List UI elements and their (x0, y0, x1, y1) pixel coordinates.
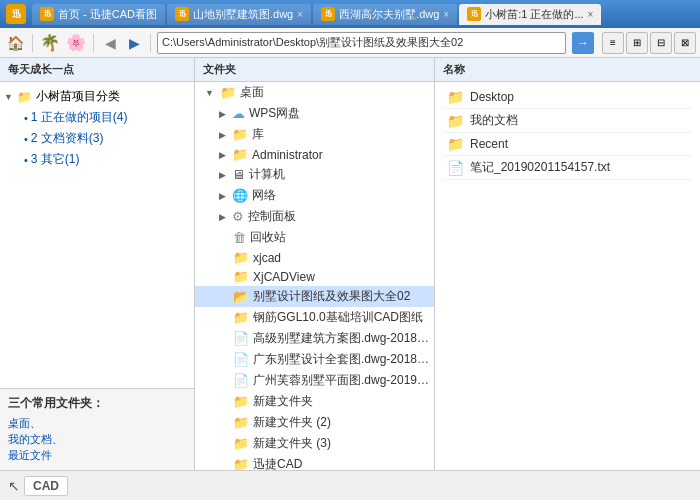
view-btn-2[interactable]: ⊞ (626, 32, 648, 54)
tab-icon-home: 迅 (40, 7, 54, 21)
mid-item-5[interactable]: ▶🌐网络 (195, 185, 434, 206)
icon-14: 📄 (233, 373, 249, 388)
tab-home[interactable]: 迅首页 - 迅捷CAD看图 (32, 4, 165, 25)
left-panel: 每天成长一点 ▼ 📁 小树苗项目分类 •1 正在做的项目(4)•2 文档资料(3… (0, 58, 195, 470)
label-6: 控制面板 (248, 208, 296, 225)
label-13: 广东别墅设计全套图.dwg-2018-12-1 (253, 351, 430, 368)
mid-item-12[interactable]: 📄高级别墅建筑方案图.dwg-2018-12-1 (195, 328, 434, 349)
expand-6: ▶ (219, 212, 226, 222)
right-item-0[interactable]: 📁Desktop (443, 86, 692, 109)
tree-item-2[interactable]: •3 其它(1) (0, 149, 194, 170)
icon-7: 🗑 (233, 230, 246, 245)
icon-0: 📁 (220, 85, 236, 100)
forward-button[interactable]: ▶ (124, 32, 144, 54)
toolbar-separator3 (150, 34, 151, 52)
mid-item-16[interactable]: 📁新建文件夹 (2) (195, 412, 434, 433)
right-item-1[interactable]: 📁我的文档 (443, 109, 692, 133)
tree-item-1[interactable]: •2 文档资料(3) (0, 128, 194, 149)
label-14: 广州芙蓉别墅平面图.dwg-2019-01-2 (253, 372, 430, 389)
footer-link-0[interactable]: 桌面、 (8, 416, 186, 431)
mid-item-13[interactable]: 📄广东别墅设计全套图.dwg-2018-12-1 (195, 349, 434, 370)
right-item-3[interactable]: 📄笔记_20190201154157.txt (443, 156, 692, 180)
folder-icon-root: 📁 (17, 90, 32, 104)
main-content: 每天成长一点 ▼ 📁 小树苗项目分类 •1 正在做的项目(4)•2 文档资料(3… (0, 58, 700, 470)
footer-link-2[interactable]: 最近文件 (8, 448, 186, 463)
label-3: Administrator (252, 148, 323, 162)
label-11: 钢筋GGL10.0基础培训CAD图纸 (253, 309, 423, 326)
expand-0: ▼ (205, 88, 214, 98)
address-bar[interactable]: C:\Users\Administrator\Desktop\别墅设计图纸及效果… (157, 32, 566, 54)
label-5: 网络 (252, 187, 276, 204)
back-button[interactable]: ◀ (100, 32, 120, 54)
tree-bullet-0: • (24, 112, 28, 124)
label-4: 计算机 (249, 166, 285, 183)
mid-item-4[interactable]: ▶🖥计算机 (195, 164, 434, 185)
icon-18: 📁 (233, 457, 249, 470)
view-btn-4[interactable]: ⊠ (674, 32, 696, 54)
label-0: 桌面 (240, 84, 264, 101)
toolbar-separator (32, 34, 33, 52)
toolbar: 🏠 🌴 🌸 ◀ ▶ C:\Users\Administrator\Desktop… (0, 28, 700, 58)
mid-item-15[interactable]: 📁新建文件夹 (195, 391, 434, 412)
tab-file2[interactable]: 迅西湖高尔夫别墅.dwg× (313, 4, 457, 25)
expand-icon: ▼ (4, 92, 13, 102)
right-label-0: Desktop (470, 90, 514, 104)
icon-2: 📁 (232, 127, 248, 142)
footer-link-1[interactable]: 我的文档、 (8, 432, 186, 447)
mid-item-3[interactable]: ▶📁Administrator (195, 145, 434, 164)
expand-3: ▶ (219, 150, 226, 160)
mid-item-9[interactable]: 📁XjCADView (195, 267, 434, 286)
label-10: 别墅设计图纸及效果图大全02 (253, 288, 410, 305)
mid-panel-header: 文件夹 (195, 58, 434, 82)
mid-item-6[interactable]: ▶⚙控制面板 (195, 206, 434, 227)
tab-label-file1: 山地别墅建筑图.dwg (193, 7, 293, 22)
left-panel-header: 每天成长一点 (0, 58, 194, 82)
right-icon-2: 📁 (447, 136, 464, 152)
status-bar: ↖ CAD (0, 470, 700, 500)
mid-item-8[interactable]: 📁xjcad (195, 248, 434, 267)
view-btn-1[interactable]: ≡ (602, 32, 624, 54)
tab-close-file2[interactable]: × (443, 9, 449, 20)
mid-item-2[interactable]: ▶📁库 (195, 124, 434, 145)
tree-label-0: 1 正在做的项目(4) (31, 109, 128, 126)
palm-tree-icon: 🌴 (39, 32, 61, 54)
mid-item-10[interactable]: 📂别墅设计图纸及效果图大全02 (195, 286, 434, 307)
tab-file1[interactable]: 迅山地别墅建筑图.dwg× (167, 4, 311, 25)
home-button[interactable]: 🏠 (4, 32, 26, 54)
tab-file3[interactable]: 迅小树苗:1 正在做的...× (459, 4, 601, 25)
mid-item-14[interactable]: 📄广州芙蓉别墅平面图.dwg-2019-01-2 (195, 370, 434, 391)
label-7: 回收站 (250, 229, 286, 246)
mid-item-18[interactable]: 📁迅捷CAD (195, 454, 434, 470)
right-panel: 名称 📁Desktop📁我的文档📁Recent📄笔记_2019020115415… (435, 58, 700, 470)
tab-close-file1[interactable]: × (297, 9, 303, 20)
tab-bar: 迅首页 - 迅捷CAD看图迅山地别墅建筑图.dwg×迅西湖高尔夫别墅.dwg×迅… (32, 4, 694, 25)
tab-close-file3[interactable]: × (588, 9, 594, 20)
mid-item-11[interactable]: 📁钢筋GGL10.0基础培训CAD图纸 (195, 307, 434, 328)
tree-area: ▼ 📁 小树苗项目分类 •1 正在做的项目(4)•2 文档资料(3)•3 其它(… (0, 82, 194, 388)
title-bar: 迅 迅首页 - 迅捷CAD看图迅山地别墅建筑图.dwg×迅西湖高尔夫别墅.dwg… (0, 0, 700, 28)
mid-item-7[interactable]: 🗑回收站 (195, 227, 434, 248)
icon-8: 📁 (233, 250, 249, 265)
cursor-icon: ↖ (8, 478, 20, 494)
right-icon-0: 📁 (447, 89, 464, 105)
mid-item-17[interactable]: 📁新建文件夹 (3) (195, 433, 434, 454)
go-button[interactable]: → (572, 32, 594, 54)
mid-panel: 文件夹 ▼📁桌面▶☁WPS网盘▶📁库▶📁Administrator▶🖥计算机▶🌐… (195, 58, 435, 470)
expand-1: ▶ (219, 109, 226, 119)
icon-5: 🌐 (232, 188, 248, 203)
right-list: 📁Desktop📁我的文档📁Recent📄笔记_20190201154157.t… (435, 82, 700, 470)
view-btn-3[interactable]: ⊟ (650, 32, 672, 54)
label-1: WPS网盘 (249, 105, 300, 122)
tree-item-0[interactable]: •1 正在做的项目(4) (0, 107, 194, 128)
tree-root[interactable]: ▼ 📁 小树苗项目分类 (0, 86, 194, 107)
right-item-2[interactable]: 📁Recent (443, 133, 692, 156)
mid-item-0[interactable]: ▼📁桌面 (195, 82, 434, 103)
tree-label-1: 2 文档资料(3) (31, 130, 104, 147)
view-buttons: ≡ ⊞ ⊟ ⊠ (602, 32, 696, 54)
mid-item-1[interactable]: ▶☁WPS网盘 (195, 103, 434, 124)
icon-3: 📁 (232, 147, 248, 162)
right-label-2: Recent (470, 137, 508, 151)
icon-6: ⚙ (232, 209, 244, 224)
app-logo: 迅 (6, 4, 26, 24)
left-footer: 三个常用文件夹： 桌面、我的文档、最近文件 (0, 388, 194, 470)
